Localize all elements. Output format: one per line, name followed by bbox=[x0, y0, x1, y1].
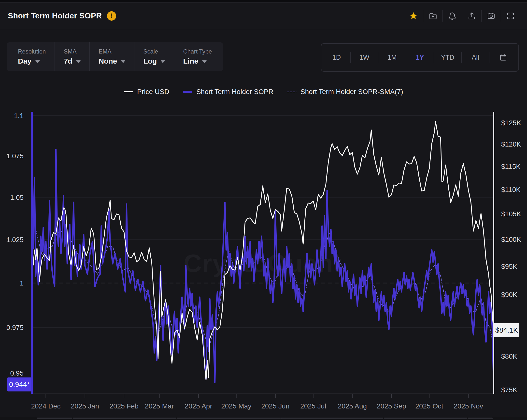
left-axis-tick-label: 1.1 bbox=[14, 112, 24, 120]
left-axis-tick-label: 1 bbox=[20, 279, 24, 287]
x-tick-label: 2024 Dec bbox=[31, 402, 61, 410]
right-axis-tick-label: $115K bbox=[501, 163, 521, 170]
app-window: Short Term Holder SOPR ! ResolutionDaySM… bbox=[0, 0, 527, 420]
right-axis-tick-label: $75K bbox=[501, 386, 517, 394]
x-tick-label: 2025 Jul bbox=[300, 402, 326, 410]
x-tick-label: 2025 Oct bbox=[415, 402, 443, 410]
x-tick-label: 2025 Apr bbox=[185, 402, 212, 410]
x-tick-label: 2025 Mar bbox=[145, 402, 174, 410]
x-tick-label: 2025 Jan bbox=[71, 402, 99, 410]
right-axis-tick-label: $125K bbox=[501, 119, 521, 127]
left-axis-tick-label: 1.025 bbox=[6, 236, 24, 244]
chart-scrollbar-track bbox=[0, 417, 527, 420]
left-axis-tick-label: 1.05 bbox=[10, 194, 24, 201]
left-axis-tick-label: 0.95 bbox=[10, 369, 24, 377]
x-tick-label: 2025 Aug bbox=[338, 402, 367, 410]
right-axis-tick-label: $80K bbox=[501, 352, 517, 360]
right-axis-tick-label: $120K bbox=[501, 140, 521, 148]
x-tick-label: 2025 Jun bbox=[261, 402, 289, 410]
x-tick-label: 2025 May bbox=[221, 402, 251, 410]
sopr-current-value-text: 0.944* bbox=[9, 380, 30, 388]
scrollbar-notch bbox=[72, 418, 73, 419]
chart-canvas[interactable]: 2024 Dec2025 Jan2025 Feb2025 Mar2025 Apr… bbox=[0, 0, 527, 420]
right-axis-tick-label: $110K bbox=[501, 186, 521, 193]
chart-scrollbar-thumb[interactable] bbox=[37, 418, 493, 419]
right-axis-tick-label: $95K bbox=[501, 263, 517, 270]
price-current-value-text: $84.1K bbox=[495, 326, 518, 334]
x-tick-label: 2025 Feb bbox=[110, 402, 139, 410]
right-axis-tick-label: $100K bbox=[501, 236, 521, 243]
scrollbar-notch bbox=[176, 418, 177, 419]
left-axis-tick-label: 0.975 bbox=[6, 324, 24, 331]
x-tick-label: 2025 Sep bbox=[377, 402, 406, 410]
left-axis-tick-label: 1.075 bbox=[6, 152, 24, 160]
right-axis-tick-label: $90K bbox=[501, 291, 517, 298]
x-tick-label: 2025 Nov bbox=[454, 402, 483, 410]
scrollbar-notch bbox=[383, 418, 384, 419]
scrollbar-notch bbox=[467, 418, 468, 419]
right-axis-tick-label: $105K bbox=[501, 210, 521, 218]
scrollbar-notch bbox=[281, 418, 281, 419]
